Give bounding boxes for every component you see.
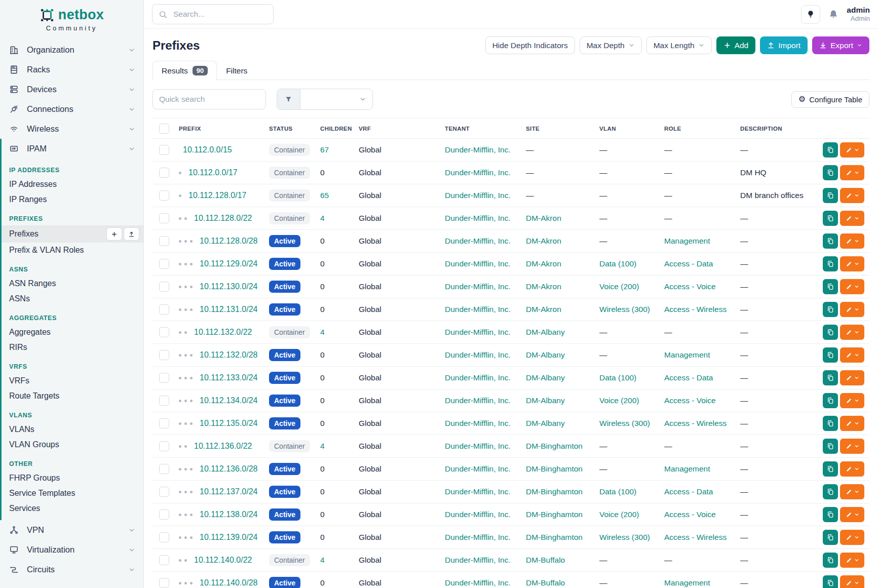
children-count-link[interactable]: 4	[320, 556, 325, 564]
quick-add-button[interactable]	[106, 227, 122, 241]
vlan-link[interactable]: Wireless (300)	[599, 305, 650, 313]
tab-results[interactable]: Results 90	[152, 61, 217, 80]
sidebar-item-asns[interactable]: ASNs	[2, 291, 143, 306]
prefix-link[interactable]: 10.112.128.0/28	[200, 237, 257, 246]
row-checkbox[interactable]	[159, 396, 169, 406]
role-link[interactable]: Access - Voice	[664, 510, 716, 519]
clone-button[interactable]	[823, 553, 838, 568]
site-link[interactable]: DM-Akron	[526, 237, 561, 245]
role-link[interactable]: Access - Wireless	[664, 419, 727, 427]
site-link[interactable]: DM-Buffalo	[526, 556, 565, 564]
edit-button[interactable]	[840, 461, 864, 477]
prefix-link[interactable]: 10.112.130.0/24	[200, 282, 257, 291]
prefix-link[interactable]: 10.112.131.0/24	[200, 305, 257, 314]
edit-button[interactable]	[840, 347, 864, 363]
tenant-link[interactable]: Dunder-Mifflin, Inc.	[445, 237, 511, 245]
role-link[interactable]: Access - Data	[664, 487, 713, 496]
column-header-prefix[interactable]: PREFIX	[179, 119, 269, 139]
prefix-link[interactable]: 10.112.132.0/22	[194, 328, 252, 337]
sidebar-item-vlans[interactable]: VLANs	[2, 422, 143, 437]
sidebar-item-ipam[interactable]: IPAM	[2, 139, 143, 159]
role-link[interactable]: Access - Data	[664, 373, 713, 382]
row-checkbox[interactable]	[159, 236, 169, 246]
site-link[interactable]: DM-Akron	[526, 305, 561, 313]
edit-button[interactable]	[840, 530, 864, 545]
column-header-description[interactable]: DESCRIPTION	[740, 119, 809, 139]
prefix-link[interactable]: 10.112.133.0/24	[200, 373, 257, 382]
sidebar-item-virtualization[interactable]: Virtualization	[0, 540, 143, 560]
netbox-logo[interactable]: netbox Community	[0, 0, 143, 40]
tenant-link[interactable]: Dunder-Mifflin, Inc.	[445, 396, 511, 405]
edit-button[interactable]	[840, 484, 864, 499]
column-header-children[interactable]: CHILDREN	[320, 119, 359, 139]
sidebar-item-asn-ranges[interactable]: ASN Ranges	[2, 276, 143, 291]
role-link[interactable]: Access - Data	[664, 259, 713, 268]
sidebar-item-aggregates[interactable]: Aggregates	[2, 325, 143, 340]
tenant-link[interactable]: Dunder-Mifflin, Inc.	[445, 510, 511, 519]
edit-button[interactable]	[840, 233, 864, 249]
saved-filter-select[interactable]	[300, 89, 372, 109]
sidebar-item-prefix-vlan-roles[interactable]: Prefix & VLAN Roles	[2, 243, 143, 258]
tenant-link[interactable]: Dunder-Mifflin, Inc.	[445, 305, 511, 313]
configure-table-button[interactable]: ⚙ Configure Table	[791, 91, 869, 108]
edit-button[interactable]	[840, 507, 864, 522]
sidebar-item-racks[interactable]: Racks	[0, 60, 143, 80]
sidebar-item-wireless[interactable]: Wireless	[0, 119, 143, 139]
prefix-link[interactable]: 10.112.129.0/24	[200, 259, 257, 268]
site-link[interactable]: DM-Binghamton	[526, 533, 583, 541]
clone-button[interactable]	[823, 302, 838, 317]
vlan-link[interactable]: Voice (200)	[599, 396, 639, 405]
search-input[interactable]	[172, 9, 267, 19]
column-header-role[interactable]: ROLE	[664, 119, 740, 139]
tab-filters[interactable]: Filters	[217, 61, 256, 80]
vlan-link[interactable]: Wireless (300)	[599, 419, 650, 427]
add-button[interactable]: Add	[716, 36, 756, 54]
row-checkbox[interactable]	[159, 373, 169, 383]
sidebar-item-ip-addresses[interactable]: IP Addresses	[2, 177, 143, 192]
tenant-link[interactable]: Dunder-Mifflin, Inc.	[445, 259, 511, 268]
edit-button[interactable]	[840, 211, 864, 226]
tenant-link[interactable]: Dunder-Mifflin, Inc.	[445, 533, 511, 541]
clone-button[interactable]	[823, 507, 838, 522]
row-checkbox[interactable]	[159, 213, 169, 223]
max-length-dropdown[interactable]: Max Length	[646, 36, 712, 54]
children-count-link[interactable]: 4	[320, 214, 325, 222]
prefix-link[interactable]: 10.112.128.0/17	[188, 191, 246, 200]
clone-button[interactable]	[823, 416, 838, 431]
row-checkbox[interactable]	[159, 441, 169, 451]
tenant-link[interactable]: Dunder-Mifflin, Inc.	[445, 282, 511, 291]
children-count-link[interactable]: 4	[320, 442, 325, 450]
vlan-link[interactable]: Data (100)	[599, 373, 636, 382]
clone-button[interactable]	[823, 233, 838, 249]
site-link[interactable]: DM-Binghamton	[526, 442, 583, 450]
tenant-link[interactable]: Dunder-Mifflin, Inc.	[445, 556, 511, 564]
prefix-link[interactable]: 10.112.136.0/22	[194, 442, 252, 451]
row-checkbox[interactable]	[159, 418, 169, 428]
prefix-link[interactable]: 10.112.140.0/22	[194, 556, 252, 565]
sidebar-item-organization[interactable]: Organization	[0, 40, 143, 60]
row-checkbox[interactable]	[159, 190, 169, 201]
site-link[interactable]: DM-Albany	[526, 419, 565, 427]
edit-button[interactable]	[840, 439, 864, 454]
row-checkbox[interactable]	[159, 259, 169, 269]
site-link[interactable]: DM-Akron	[526, 282, 561, 291]
max-depth-dropdown[interactable]: Max Depth	[580, 36, 642, 54]
site-link[interactable]: DM-Binghamton	[526, 487, 583, 496]
clone-button[interactable]	[823, 211, 838, 226]
vlan-link[interactable]: Voice (200)	[599, 510, 639, 519]
row-checkbox[interactable]	[159, 532, 169, 542]
column-header-site[interactable]: SITE	[526, 119, 599, 139]
global-search[interactable]	[152, 4, 274, 24]
tenant-link[interactable]: Dunder-Mifflin, Inc.	[445, 328, 511, 336]
filter-button[interactable]	[277, 89, 300, 109]
role-link[interactable]: Access - Wireless	[664, 305, 727, 313]
children-count-link[interactable]: 4	[320, 328, 325, 336]
clone-button[interactable]	[823, 370, 838, 385]
edit-button[interactable]	[840, 256, 864, 271]
sidebar-item-services[interactable]: Services	[2, 501, 143, 516]
site-link[interactable]: DM-Binghamton	[526, 464, 583, 473]
edit-button[interactable]	[840, 165, 864, 180]
sidebar-item-prefixes[interactable]: Prefixes	[2, 225, 143, 243]
sidebar-item-service-templates[interactable]: Service Templates	[2, 486, 143, 501]
sidebar-item-connections[interactable]: Connections	[0, 99, 143, 119]
